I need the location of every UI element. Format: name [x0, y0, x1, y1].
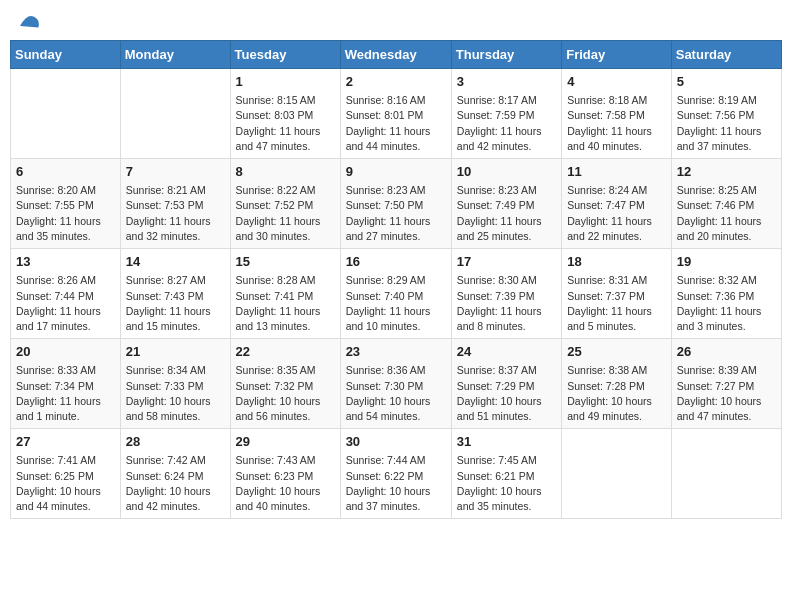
calendar-cell: 21Sunrise: 8:34 AM Sunset: 7:33 PM Dayli…: [120, 339, 230, 429]
day-info: Sunrise: 8:31 AM Sunset: 7:37 PM Dayligh…: [567, 273, 666, 334]
day-number: 1: [236, 73, 335, 91]
day-info: Sunrise: 8:24 AM Sunset: 7:47 PM Dayligh…: [567, 183, 666, 244]
calendar-week-row: 6Sunrise: 8:20 AM Sunset: 7:55 PM Daylig…: [11, 159, 782, 249]
day-info: Sunrise: 8:28 AM Sunset: 7:41 PM Dayligh…: [236, 273, 335, 334]
day-of-week-header: Monday: [120, 41, 230, 69]
day-info: Sunrise: 8:37 AM Sunset: 7:29 PM Dayligh…: [457, 363, 556, 424]
day-of-week-header: Saturday: [671, 41, 781, 69]
calendar-cell: [120, 69, 230, 159]
day-number: 31: [457, 433, 556, 451]
day-info: Sunrise: 7:44 AM Sunset: 6:22 PM Dayligh…: [346, 453, 446, 514]
calendar-cell: 13Sunrise: 8:26 AM Sunset: 7:44 PM Dayli…: [11, 249, 121, 339]
day-info: Sunrise: 8:16 AM Sunset: 8:01 PM Dayligh…: [346, 93, 446, 154]
day-of-week-header: Wednesday: [340, 41, 451, 69]
calendar-cell: 12Sunrise: 8:25 AM Sunset: 7:46 PM Dayli…: [671, 159, 781, 249]
day-number: 2: [346, 73, 446, 91]
calendar-cell: 2Sunrise: 8:16 AM Sunset: 8:01 PM Daylig…: [340, 69, 451, 159]
calendar-cell: 16Sunrise: 8:29 AM Sunset: 7:40 PM Dayli…: [340, 249, 451, 339]
day-info: Sunrise: 7:45 AM Sunset: 6:21 PM Dayligh…: [457, 453, 556, 514]
day-info: Sunrise: 8:17 AM Sunset: 7:59 PM Dayligh…: [457, 93, 556, 154]
day-info: Sunrise: 8:30 AM Sunset: 7:39 PM Dayligh…: [457, 273, 556, 334]
day-number: 15: [236, 253, 335, 271]
page-header: [10, 10, 782, 34]
day-info: Sunrise: 8:22 AM Sunset: 7:52 PM Dayligh…: [236, 183, 335, 244]
calendar-cell: 29Sunrise: 7:43 AM Sunset: 6:23 PM Dayli…: [230, 429, 340, 519]
day-number: 10: [457, 163, 556, 181]
calendar-cell: 31Sunrise: 7:45 AM Sunset: 6:21 PM Dayli…: [451, 429, 561, 519]
day-info: Sunrise: 8:39 AM Sunset: 7:27 PM Dayligh…: [677, 363, 776, 424]
day-number: 20: [16, 343, 115, 361]
day-number: 21: [126, 343, 225, 361]
calendar-cell: 24Sunrise: 8:37 AM Sunset: 7:29 PM Dayli…: [451, 339, 561, 429]
day-info: Sunrise: 8:25 AM Sunset: 7:46 PM Dayligh…: [677, 183, 776, 244]
logo-icon: [16, 10, 40, 34]
calendar-cell: 25Sunrise: 8:38 AM Sunset: 7:28 PM Dayli…: [562, 339, 672, 429]
day-number: 27: [16, 433, 115, 451]
day-number: 29: [236, 433, 335, 451]
day-info: Sunrise: 7:41 AM Sunset: 6:25 PM Dayligh…: [16, 453, 115, 514]
calendar-week-row: 13Sunrise: 8:26 AM Sunset: 7:44 PM Dayli…: [11, 249, 782, 339]
day-number: 23: [346, 343, 446, 361]
calendar-week-row: 27Sunrise: 7:41 AM Sunset: 6:25 PM Dayli…: [11, 429, 782, 519]
calendar-cell: 27Sunrise: 7:41 AM Sunset: 6:25 PM Dayli…: [11, 429, 121, 519]
day-info: Sunrise: 8:23 AM Sunset: 7:49 PM Dayligh…: [457, 183, 556, 244]
calendar-cell: [562, 429, 672, 519]
day-number: 16: [346, 253, 446, 271]
day-number: 8: [236, 163, 335, 181]
day-number: 3: [457, 73, 556, 91]
calendar-cell: 26Sunrise: 8:39 AM Sunset: 7:27 PM Dayli…: [671, 339, 781, 429]
calendar-cell: 18Sunrise: 8:31 AM Sunset: 7:37 PM Dayli…: [562, 249, 672, 339]
day-number: 11: [567, 163, 666, 181]
calendar-cell: 15Sunrise: 8:28 AM Sunset: 7:41 PM Dayli…: [230, 249, 340, 339]
calendar-cell: 6Sunrise: 8:20 AM Sunset: 7:55 PM Daylig…: [11, 159, 121, 249]
day-info: Sunrise: 8:21 AM Sunset: 7:53 PM Dayligh…: [126, 183, 225, 244]
calendar-cell: 20Sunrise: 8:33 AM Sunset: 7:34 PM Dayli…: [11, 339, 121, 429]
calendar-cell: [11, 69, 121, 159]
logo: [14, 10, 40, 34]
day-number: 5: [677, 73, 776, 91]
calendar-cell: 23Sunrise: 8:36 AM Sunset: 7:30 PM Dayli…: [340, 339, 451, 429]
day-info: Sunrise: 8:29 AM Sunset: 7:40 PM Dayligh…: [346, 273, 446, 334]
calendar-cell: 22Sunrise: 8:35 AM Sunset: 7:32 PM Dayli…: [230, 339, 340, 429]
day-number: 14: [126, 253, 225, 271]
day-info: Sunrise: 8:20 AM Sunset: 7:55 PM Dayligh…: [16, 183, 115, 244]
calendar-cell: 4Sunrise: 8:18 AM Sunset: 7:58 PM Daylig…: [562, 69, 672, 159]
day-info: Sunrise: 8:23 AM Sunset: 7:50 PM Dayligh…: [346, 183, 446, 244]
day-number: 25: [567, 343, 666, 361]
day-number: 12: [677, 163, 776, 181]
calendar-table: SundayMondayTuesdayWednesdayThursdayFrid…: [10, 40, 782, 519]
day-number: 24: [457, 343, 556, 361]
calendar-week-row: 1Sunrise: 8:15 AM Sunset: 8:03 PM Daylig…: [11, 69, 782, 159]
day-of-week-header: Friday: [562, 41, 672, 69]
day-number: 18: [567, 253, 666, 271]
day-info: Sunrise: 7:43 AM Sunset: 6:23 PM Dayligh…: [236, 453, 335, 514]
day-of-week-header: Tuesday: [230, 41, 340, 69]
calendar-cell: 3Sunrise: 8:17 AM Sunset: 7:59 PM Daylig…: [451, 69, 561, 159]
day-info: Sunrise: 8:36 AM Sunset: 7:30 PM Dayligh…: [346, 363, 446, 424]
calendar-header-row: SundayMondayTuesdayWednesdayThursdayFrid…: [11, 41, 782, 69]
calendar-cell: 17Sunrise: 8:30 AM Sunset: 7:39 PM Dayli…: [451, 249, 561, 339]
day-number: 28: [126, 433, 225, 451]
day-info: Sunrise: 8:15 AM Sunset: 8:03 PM Dayligh…: [236, 93, 335, 154]
day-number: 26: [677, 343, 776, 361]
calendar-cell: 9Sunrise: 8:23 AM Sunset: 7:50 PM Daylig…: [340, 159, 451, 249]
day-number: 6: [16, 163, 115, 181]
day-info: Sunrise: 8:18 AM Sunset: 7:58 PM Dayligh…: [567, 93, 666, 154]
calendar-week-row: 20Sunrise: 8:33 AM Sunset: 7:34 PM Dayli…: [11, 339, 782, 429]
day-number: 30: [346, 433, 446, 451]
calendar-cell: 5Sunrise: 8:19 AM Sunset: 7:56 PM Daylig…: [671, 69, 781, 159]
calendar-cell: 11Sunrise: 8:24 AM Sunset: 7:47 PM Dayli…: [562, 159, 672, 249]
day-info: Sunrise: 8:34 AM Sunset: 7:33 PM Dayligh…: [126, 363, 225, 424]
day-number: 4: [567, 73, 666, 91]
day-info: Sunrise: 8:32 AM Sunset: 7:36 PM Dayligh…: [677, 273, 776, 334]
calendar-cell: 14Sunrise: 8:27 AM Sunset: 7:43 PM Dayli…: [120, 249, 230, 339]
day-number: 7: [126, 163, 225, 181]
day-number: 17: [457, 253, 556, 271]
calendar-cell: 7Sunrise: 8:21 AM Sunset: 7:53 PM Daylig…: [120, 159, 230, 249]
calendar-cell: 8Sunrise: 8:22 AM Sunset: 7:52 PM Daylig…: [230, 159, 340, 249]
day-info: Sunrise: 7:42 AM Sunset: 6:24 PM Dayligh…: [126, 453, 225, 514]
day-of-week-header: Thursday: [451, 41, 561, 69]
calendar-cell: 30Sunrise: 7:44 AM Sunset: 6:22 PM Dayli…: [340, 429, 451, 519]
day-info: Sunrise: 8:38 AM Sunset: 7:28 PM Dayligh…: [567, 363, 666, 424]
day-info: Sunrise: 8:19 AM Sunset: 7:56 PM Dayligh…: [677, 93, 776, 154]
